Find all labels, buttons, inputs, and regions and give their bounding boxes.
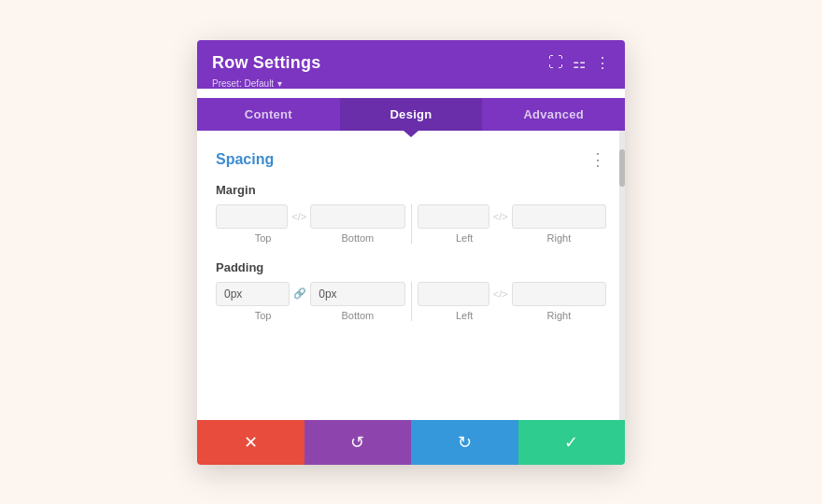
scrollbar[interactable]: [619, 131, 625, 420]
preset-arrow-icon: ▾: [277, 78, 282, 89]
padding-left-wrap: </>: [418, 282, 512, 306]
undo-button[interactable]: ↺: [305, 420, 412, 465]
spacing-title: Spacing: [216, 151, 274, 168]
modal-header-icons: ⛶ ⚏ ⋮: [548, 54, 610, 72]
padding-top-wrap: 🔗: [216, 282, 310, 306]
expand-icon[interactable]: ⛶: [548, 54, 563, 71]
preset-label[interactable]: Preset: Default ▾: [212, 78, 610, 89]
padding-right-wrap: [512, 282, 606, 306]
padding-right-item: Right: [512, 282, 606, 321]
cancel-button[interactable]: ✕: [197, 420, 305, 465]
padding-right-pair: </> Left Right: [411, 282, 607, 321]
margin-left-wrap: </>: [418, 204, 512, 229]
margin-top-label: Top: [255, 232, 272, 244]
margin-top-item: </> Top: [216, 204, 310, 244]
margin-label: Margin: [216, 183, 606, 197]
padding-bottom-wrap: [310, 282, 404, 306]
padding-label: Padding: [216, 260, 606, 274]
save-button[interactable]: ✓: [518, 420, 626, 465]
padding-bottom-input[interactable]: [310, 282, 404, 306]
columns-icon[interactable]: ⚏: [573, 54, 586, 72]
padding-link-icon[interactable]: 🔗: [290, 287, 310, 300]
margin-left-input[interactable]: [418, 204, 489, 229]
margin-right-item: Right: [512, 204, 606, 244]
modal-header: Row Settings ⛶ ⚏ ⋮ Preset: Default ▾: [197, 40, 625, 89]
padding-left-pair: 🔗 Top Bottom: [216, 282, 405, 321]
padding-bottom-item: Bottom: [310, 282, 404, 321]
tab-advanced[interactable]: Advanced: [482, 98, 625, 131]
margin-left-pair: </> Top Bottom: [216, 204, 405, 244]
padding-fields-row: 🔗 Top Bottom: [216, 282, 606, 321]
redo-button[interactable]: ↻: [411, 420, 518, 465]
margin-right-label: Right: [547, 232, 572, 244]
padding-lr-link-icon[interactable]: </>: [489, 288, 512, 300]
tab-design[interactable]: Design: [340, 98, 483, 131]
margin-right-wrap: [512, 204, 606, 229]
margin-lr-link-icon[interactable]: </>: [489, 211, 512, 222]
margin-bottom-input[interactable]: [310, 204, 404, 229]
margin-right-input[interactable]: [512, 204, 606, 229]
padding-bottom-label: Bottom: [341, 310, 374, 321]
scrollbar-thumb: [619, 149, 625, 187]
margin-link-icon[interactable]: </>: [288, 211, 310, 222]
margin-bottom-item: Bottom: [310, 204, 404, 244]
margin-top-wrap: </>: [216, 204, 310, 229]
modal-footer: ✕ ↺ ↻ ✓: [197, 420, 625, 465]
margin-bottom-label: Bottom: [341, 232, 374, 244]
padding-right-label: Right: [547, 310, 572, 321]
margin-left-item: </> Left: [418, 204, 512, 244]
padding-top-input[interactable]: [216, 282, 290, 306]
modal-title: Row Settings: [212, 53, 320, 73]
margin-right-pair: </> Left Right: [411, 204, 607, 244]
margin-top-input[interactable]: [216, 204, 288, 229]
tab-content[interactable]: Content: [197, 98, 340, 131]
padding-top-label: Top: [255, 310, 272, 321]
preset-text: Preset: Default: [212, 78, 274, 89]
tabs-bar: Content Design Advanced: [197, 98, 625, 131]
padding-group: Padding 🔗 Top Bottom: [216, 260, 606, 321]
margin-group: Margin </> Top Bottom: [216, 183, 606, 244]
padding-right-input[interactable]: [512, 282, 606, 306]
margin-bottom-wrap: [310, 204, 404, 229]
padding-top-item: 🔗 Top: [216, 282, 310, 321]
padding-left-input[interactable]: [418, 282, 489, 306]
modal-header-top: Row Settings ⛶ ⚏ ⋮: [212, 53, 610, 73]
row-settings-modal: Row Settings ⛶ ⚏ ⋮ Preset: Default ▾ Con…: [197, 40, 625, 465]
padding-left-label: Left: [456, 310, 473, 321]
margin-fields-row: </> Top Bottom: [216, 204, 606, 244]
margin-left-label: Left: [456, 232, 473, 244]
padding-left-item: </> Left: [418, 282, 512, 321]
more-icon[interactable]: ⋮: [595, 54, 610, 72]
spacing-menu-icon[interactable]: ⋮: [589, 149, 606, 170]
modal-body: Spacing ⋮ Margin </> Top: [197, 131, 625, 420]
spacing-section-header: Spacing ⋮: [216, 149, 606, 170]
